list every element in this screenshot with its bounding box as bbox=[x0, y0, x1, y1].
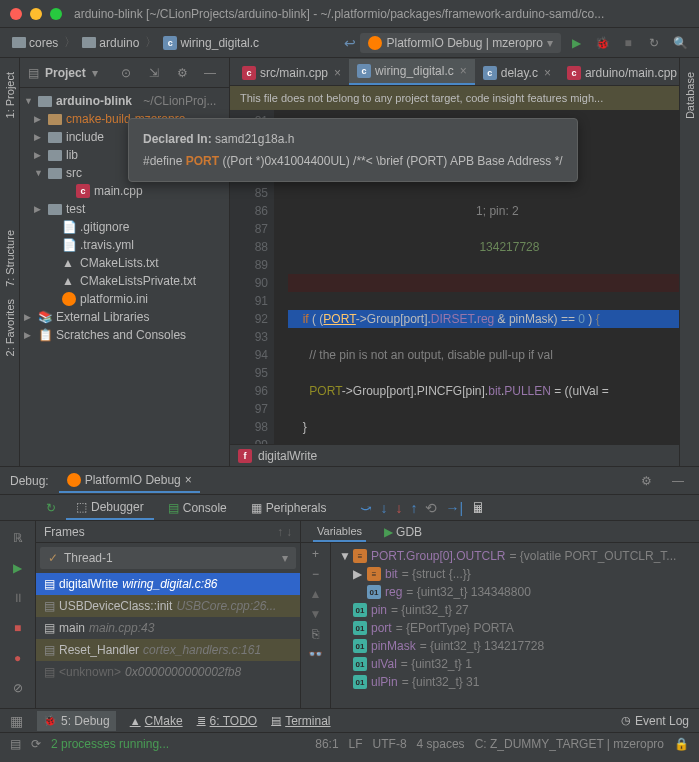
step-into-icon[interactable]: ↓ bbox=[380, 500, 387, 516]
tree-item[interactable]: ▲CMakeLists.txt bbox=[20, 254, 229, 272]
resume-button[interactable]: ↻ bbox=[40, 497, 62, 519]
breadcrumb-item[interactable]: cores bbox=[8, 34, 62, 52]
tree-item[interactable]: 📄.travis.yml bbox=[20, 236, 229, 254]
drop-frame-icon[interactable]: ⟲ bbox=[425, 500, 437, 516]
prev-frame-icon[interactable]: ↑ bbox=[277, 525, 283, 539]
variable-row[interactable]: ▼≡PORT.Group[0].OUTCLR = {volatile PORT_… bbox=[335, 547, 695, 565]
variables-tab[interactable]: Variables bbox=[313, 522, 366, 542]
debugger-tab[interactable]: ⬚Debugger bbox=[66, 496, 154, 520]
gear-icon[interactable]: ⚙ bbox=[171, 62, 193, 84]
processes-indicator[interactable]: 2 processes running... bbox=[51, 737, 169, 751]
editor-tab[interactable]: csrc/main.cpp× bbox=[234, 61, 349, 85]
resume-icon[interactable]: ▶ bbox=[7, 557, 29, 579]
remove-watch-icon[interactable]: − bbox=[312, 567, 319, 581]
tool-menu-icon[interactable]: ▦ bbox=[10, 713, 23, 729]
editor-tab[interactable]: cdelay.c× bbox=[475, 61, 559, 85]
debug-button[interactable]: 🐞 bbox=[591, 32, 613, 54]
stack-frame[interactable]: ▤main main.cpp:43 bbox=[36, 617, 300, 639]
debug-session-tab[interactable]: PlatformIO Debug × bbox=[59, 469, 200, 493]
glasses-icon[interactable]: 👓 bbox=[308, 647, 323, 661]
add-watch-icon[interactable]: + bbox=[312, 547, 319, 561]
console-tab[interactable]: ▤Console bbox=[158, 497, 237, 519]
variable-row[interactable]: 01pinMask = {uint32_t} 134217728 bbox=[335, 637, 695, 655]
cmake-tool-tab[interactable]: ▲ CMake bbox=[130, 714, 183, 728]
todo-tool-tab[interactable]: ≣ 6: TODO bbox=[197, 714, 258, 728]
variable-list[interactable]: ▼≡PORT.Group[0].OUTCLR = {volatile PORT_… bbox=[331, 543, 699, 708]
breadcrumb-item[interactable]: cwiring_digital.c bbox=[159, 34, 263, 52]
variable-row[interactable]: 01ulVal = {uint32_t} 1 bbox=[335, 655, 695, 673]
copy-icon[interactable]: ⎘ bbox=[312, 627, 319, 641]
close-window[interactable] bbox=[10, 8, 22, 20]
stack-frame[interactable]: ▤USBDeviceClass::init USBCore.cpp:26... bbox=[36, 595, 300, 617]
stack-frame[interactable]: ▤digitalWrite wiring_digital.c:86 bbox=[36, 573, 300, 595]
locate-icon[interactable]: ⊙ bbox=[115, 62, 137, 84]
run-configuration-selector[interactable]: PlatformIO Debug | mzeropro ▾ bbox=[360, 33, 561, 53]
update-button[interactable]: ↻ bbox=[643, 32, 665, 54]
step-out-icon[interactable]: ↑ bbox=[410, 500, 417, 516]
back-icon[interactable]: ↩ bbox=[344, 35, 356, 51]
tree-item[interactable]: platformio.ini bbox=[20, 290, 229, 308]
evaluate-icon[interactable]: 🖩 bbox=[471, 500, 485, 516]
close-icon[interactable]: × bbox=[185, 473, 192, 487]
tree-root[interactable]: ▼arduino-blink ~/CLionProj... bbox=[20, 92, 229, 110]
close-icon[interactable]: × bbox=[460, 64, 467, 78]
tree-item[interactable]: ▲CMakeListsPrivate.txt bbox=[20, 272, 229, 290]
tree-item[interactable]: ▶test bbox=[20, 200, 229, 218]
run-button[interactable]: ▶ bbox=[565, 32, 587, 54]
variable-row[interactable]: 01pin = {uint32_t} 27 bbox=[335, 601, 695, 619]
cursor-position[interactable]: 86:1 bbox=[315, 737, 338, 751]
lock-icon[interactable]: 🔒 bbox=[674, 737, 689, 751]
rerun-icon[interactable]: ℝ bbox=[7, 527, 29, 549]
variable-row[interactable]: ▶≡bit = {struct {...}} bbox=[335, 565, 695, 583]
variable-row[interactable]: 01port = {EPortType} PORTA bbox=[335, 619, 695, 637]
step-over-icon[interactable]: ⤻ bbox=[360, 500, 372, 516]
encoding[interactable]: UTF-8 bbox=[373, 737, 407, 751]
gdb-tab[interactable]: ▶ GDB bbox=[380, 522, 426, 542]
close-icon[interactable]: × bbox=[544, 66, 551, 80]
next-frame-icon[interactable]: ↓ bbox=[286, 525, 292, 539]
editor-tab[interactable]: cwiring_digital.c× bbox=[349, 59, 475, 85]
gear-icon[interactable]: ⚙ bbox=[635, 470, 657, 492]
terminal-tool-tab[interactable]: ▤ Terminal bbox=[271, 714, 330, 728]
run-to-cursor-icon[interactable]: →| bbox=[445, 500, 463, 516]
stop-button[interactable]: ■ bbox=[617, 32, 639, 54]
editor-tab[interactable]: carduino/main.cpp× bbox=[559, 61, 679, 85]
variable-row[interactable]: 01reg = {uint32_t} 134348800 bbox=[335, 583, 695, 601]
hide-icon[interactable]: — bbox=[667, 470, 689, 492]
project-tool-tab[interactable]: 1: Project bbox=[2, 66, 18, 124]
tree-item[interactable]: cmain.cpp bbox=[20, 182, 229, 200]
thread-selector[interactable]: ✓Thread-1▾ bbox=[40, 547, 296, 569]
status-icon[interactable]: ▤ bbox=[10, 737, 21, 751]
favorites-tool-tab[interactable]: 2: Favorites bbox=[2, 293, 18, 362]
force-step-icon[interactable]: ↓ bbox=[395, 500, 402, 516]
collapse-icon[interactable]: ⇲ bbox=[143, 62, 165, 84]
right-tool-gutter: Database bbox=[679, 58, 699, 466]
indent-info[interactable]: 4 spaces bbox=[417, 737, 465, 751]
hide-icon[interactable]: — bbox=[199, 62, 221, 84]
minimize-window[interactable] bbox=[30, 8, 42, 20]
stack-frame[interactable]: ▤Reset_Handler cortex_handlers.c:161 bbox=[36, 639, 300, 661]
pause-icon[interactable]: ⏸ bbox=[7, 587, 29, 609]
debug-tool-tab[interactable]: 🐞 5: Debug bbox=[37, 711, 116, 731]
variable-row[interactable]: 01ulPin = {uint32_t} 31 bbox=[335, 673, 695, 691]
mute-icon[interactable]: ⊘ bbox=[7, 677, 29, 699]
search-icon[interactable]: 🔍 bbox=[669, 32, 691, 54]
breakpoints-icon[interactable]: ● bbox=[7, 647, 29, 669]
up-icon[interactable]: ▲ bbox=[310, 587, 322, 601]
close-icon[interactable]: × bbox=[334, 66, 341, 80]
tree-item[interactable]: ▶📋Scratches and Consoles bbox=[20, 326, 229, 344]
structure-tool-tab[interactable]: 7: Structure bbox=[2, 224, 18, 293]
tree-item[interactable]: ▶📚External Libraries bbox=[20, 308, 229, 326]
down-icon[interactable]: ▼ bbox=[310, 607, 322, 621]
tree-item[interactable]: 📄.gitignore bbox=[20, 218, 229, 236]
current-function[interactable]: digitalWrite bbox=[258, 449, 317, 463]
database-tool-tab[interactable]: Database bbox=[682, 66, 698, 125]
stop-icon[interactable]: ■ bbox=[7, 617, 29, 639]
line-separator[interactable]: LF bbox=[349, 737, 363, 751]
peripherals-tab[interactable]: ▦Peripherals bbox=[241, 497, 337, 519]
breadcrumb-item[interactable]: arduino bbox=[78, 34, 143, 52]
event-log-tab[interactable]: ◷ Event Log bbox=[621, 714, 689, 728]
stack-frame[interactable]: ▤<unknown> 0x0000000000002fb8 bbox=[36, 661, 300, 683]
maximize-window[interactable] bbox=[50, 8, 62, 20]
context-info[interactable]: C: Z_DUMMY_TARGET | mzeropro bbox=[475, 737, 664, 751]
